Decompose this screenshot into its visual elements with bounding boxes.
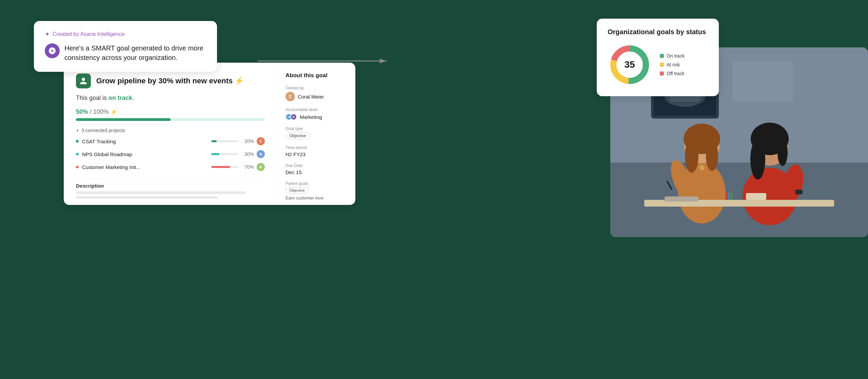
ai-message: Here's a SMART goal generated to drive m… — [64, 43, 206, 62]
project-row[interactable]: CSAT Tracking 20% C — [76, 137, 265, 145]
goal-type-badge: Objective — [285, 132, 310, 139]
arrow-connector — [231, 47, 400, 75]
connected-header: ▼ 3 connected projects — [76, 128, 265, 133]
project-name-3: Customer Marketing Init... — [82, 164, 208, 170]
desc-line-1 — [76, 191, 246, 194]
ai-created-by-label: Created by Asana Intelligence — [53, 31, 125, 37]
parent-goals-label: Parent goals — [285, 181, 347, 186]
legend-on-track: On track — [667, 53, 685, 59]
due-date-value: Dec 15 — [285, 169, 347, 175]
legend-item-at-risk: At risk — [660, 62, 685, 67]
time-period-value: H2 FY23 — [285, 151, 347, 157]
project-pct-1: 20% — [242, 139, 254, 144]
goal-type-section: Goal type Objective — [285, 126, 347, 139]
team-icon-2: K — [290, 113, 297, 120]
goal-type-label: Goal type — [285, 126, 347, 131]
goal-left: Grow pipeline by 30% with new events ⚡ T… — [64, 63, 277, 205]
goal-header: Grow pipeline by 30% with new events ⚡ — [76, 73, 265, 88]
time-period-section: Time period H2 FY23 — [285, 145, 347, 157]
chart-legend: On track At risk Off track — [660, 53, 685, 76]
ai-card: ✦ Created by Asana Intelligence Here's a… — [34, 21, 217, 72]
progress-separator: / — [90, 108, 93, 115]
legend-at-risk: At risk — [667, 62, 680, 67]
svg-point-18 — [699, 165, 705, 170]
project-bar-bg-1 — [211, 140, 238, 142]
legend-dot-red — [660, 71, 664, 76]
team-icons: M K — [285, 113, 295, 120]
sparkle-icon: ✦ — [45, 30, 50, 38]
org-goals-title: Organizational goals by status — [608, 28, 708, 36]
on-track-badge: on track — [108, 94, 132, 101]
owner-row: C Coral Meier — [285, 92, 347, 101]
team-row: M K Marketing — [285, 113, 347, 120]
project-bar-1 — [211, 140, 217, 142]
svg-rect-27 — [795, 190, 803, 194]
progress-section: 50% / 100% ⚡ — [76, 108, 265, 121]
project-avatar-1: C — [257, 137, 265, 145]
status-prefix: This goal is — [76, 94, 108, 101]
goal-right: About this goal Owned by C Coral Meier A… — [277, 63, 355, 205]
project-bar-3 — [211, 166, 230, 168]
svg-point-16 — [685, 139, 698, 173]
svg-rect-31 — [726, 192, 727, 200]
due-date-label: Due Date — [285, 163, 347, 168]
legend-item-off-track: Off track — [660, 71, 685, 76]
project-row[interactable]: NPS Global Roadmap 30% N — [76, 150, 265, 158]
project-dot-3 — [76, 166, 79, 168]
project-bar-bg-3 — [211, 166, 238, 168]
project-pct-2: 30% — [242, 151, 254, 157]
project-name-1: CSAT Tracking — [82, 139, 208, 144]
project-avatar-2: N — [257, 150, 265, 158]
progress-total: 100% — [93, 108, 109, 115]
svg-point-24 — [750, 139, 765, 180]
project-row[interactable]: Customer Marketing Init... 70% K — [76, 163, 265, 171]
project-dot-1 — [76, 140, 79, 143]
team-name: Marketing — [300, 114, 322, 120]
svg-rect-30 — [665, 196, 698, 202]
project-avatar-3: K — [257, 163, 265, 171]
legend-dot-yellow — [660, 63, 664, 67]
goal-person-icon — [79, 77, 87, 85]
description-section: Description — [76, 178, 265, 199]
legend-dot-green — [660, 54, 664, 58]
owner-avatar: C — [285, 92, 295, 101]
legend-off-track: Off track — [667, 71, 685, 76]
progress-bar-fill — [76, 118, 171, 121]
svg-rect-29 — [746, 193, 766, 200]
svg-rect-32 — [728, 192, 730, 200]
desc-line-2 — [76, 196, 218, 199]
project-dot-2 — [76, 153, 79, 155]
owner-name: Coral Meier — [298, 94, 324, 100]
ai-body: Here's a SMART goal generated to drive m… — [45, 43, 206, 62]
connected-projects: ▼ 3 connected projects CSAT Tracking 20%… — [76, 128, 265, 171]
donut-total: 35 — [624, 59, 635, 70]
goal-panel: Grow pipeline by 30% with new events ⚡ T… — [64, 63, 355, 205]
org-goals-card: Organizational goals by status 35 On tra… — [597, 19, 719, 96]
connected-label: 3 connected projects — [81, 128, 125, 133]
project-name-2: NPS Global Roadmap — [82, 151, 208, 157]
svg-rect-33 — [731, 192, 732, 200]
goal-icon-box — [76, 73, 91, 88]
svg-point-17 — [706, 141, 718, 171]
ai-card-header: ✦ Created by Asana Intelligence — [45, 30, 206, 38]
goal-status-text: This goal is on track. — [76, 94, 265, 102]
progress-current: 50% — [76, 108, 88, 115]
progress-bar-background — [76, 118, 265, 121]
chart-area: 35 On track At risk Off track — [608, 43, 708, 87]
ai-icon-circle — [45, 43, 60, 58]
lightning-icon: ⚡ — [111, 109, 117, 115]
progress-label: 50% / 100% ⚡ — [76, 108, 265, 115]
chevron-down-icon: ▼ — [76, 129, 79, 132]
project-bar-2 — [211, 153, 219, 155]
parent-goal-name: Earn customer love — [285, 195, 347, 201]
svg-point-25 — [777, 139, 788, 166]
description-lines — [76, 191, 265, 199]
project-bar-bg-2 — [211, 153, 238, 155]
owned-by-section: Owned by C Coral Meier — [285, 86, 347, 101]
accountable-team-label: Accountable team — [285, 107, 347, 112]
parent-goals-section: Parent goals Objective Earn customer lov… — [285, 181, 347, 201]
parent-goal-badge: Objective — [285, 187, 309, 193]
time-period-label: Time period — [285, 145, 347, 150]
accountable-team-section: Accountable team M K Marketing — [285, 107, 347, 120]
due-date-section: Due Date Dec 15 — [285, 163, 347, 175]
